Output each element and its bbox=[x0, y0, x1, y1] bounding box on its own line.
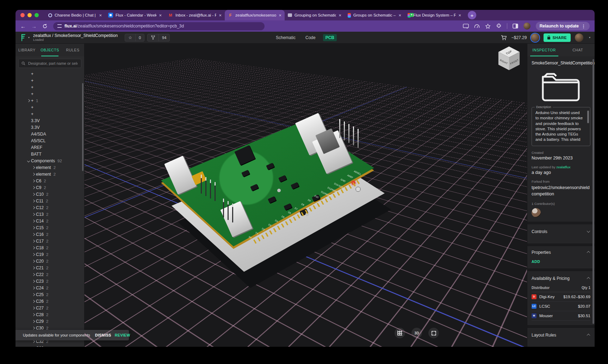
tree-chevron-icon[interactable] bbox=[31, 294, 36, 296]
tree-chevron-icon[interactable] bbox=[31, 193, 36, 195]
sidebar-scrollbar[interactable] bbox=[82, 83, 83, 171]
fork-pill[interactable]: 94 bbox=[147, 34, 170, 42]
tree-chevron-icon[interactable] bbox=[31, 260, 36, 262]
editor-mode-tab[interactable]: Schematic bbox=[273, 34, 298, 41]
tree-row[interactable]: C21 2 bbox=[15, 264, 84, 271]
tree-row[interactable]: C18 2 bbox=[15, 244, 84, 251]
tree-row[interactable]: C14 2 bbox=[15, 218, 84, 224]
new-tab-button[interactable] bbox=[468, 11, 476, 19]
review-button[interactable]: REVIEW bbox=[115, 333, 130, 337]
tab-close-icon[interactable] bbox=[279, 13, 281, 18]
forward-icon[interactable]: → bbox=[31, 24, 37, 29]
tree-row[interactable]: 3.3V bbox=[15, 117, 84, 124]
cart-price[interactable]: ~$27.29 bbox=[511, 35, 527, 40]
contributor-avatar[interactable] bbox=[532, 208, 541, 217]
back-icon[interactable]: ← bbox=[20, 24, 26, 29]
minimize-window-button[interactable] bbox=[27, 13, 32, 17]
tree-row[interactable]: A4/SDA bbox=[15, 131, 84, 137]
tab-close-icon[interactable] bbox=[159, 13, 162, 18]
tree-row[interactable]: C11 2 bbox=[15, 197, 84, 204]
cast-icon[interactable] bbox=[463, 24, 469, 29]
tree-chevron-icon[interactable] bbox=[31, 187, 36, 189]
tree-row[interactable]: C33 2 bbox=[15, 345, 84, 347]
tab-close-icon[interactable] bbox=[99, 13, 102, 18]
tree-row[interactable]: C26 2 bbox=[15, 298, 84, 305]
fullscreen-button[interactable] bbox=[428, 328, 439, 338]
tree-chevron-icon[interactable] bbox=[31, 274, 36, 276]
tree-row[interactable]: C29 2 bbox=[15, 318, 84, 325]
object-search[interactable] bbox=[18, 59, 81, 68]
project-breadcrumb[interactable]: zealatflux / SmokeSensor_ShieldCompetiti… bbox=[33, 33, 118, 42]
pcb-render[interactable]: RXTXD2D3D4D5D6D7D8D9D10D11/MOSID12/MISOD… bbox=[161, 122, 374, 246]
user-avatar[interactable] bbox=[575, 33, 583, 42]
editor-mode-tab[interactable]: PCB bbox=[323, 34, 337, 41]
updated-by-link[interactable]: zealatflux bbox=[556, 165, 570, 169]
tree-row[interactable]: + bbox=[15, 84, 84, 90]
sidebar-tab[interactable]: OBJECTS bbox=[38, 44, 61, 56]
share-button[interactable]: SHARE bbox=[544, 33, 571, 42]
presence-avatar[interactable] bbox=[531, 33, 539, 42]
tree-row[interactable]: C15 2 bbox=[15, 224, 84, 231]
tree-row[interactable]: A5/SCL bbox=[15, 137, 84, 144]
tree-row[interactable]: C24 2 bbox=[15, 284, 84, 291]
tree-chevron-icon[interactable] bbox=[31, 220, 36, 222]
tree-row[interactable]: C13 2 bbox=[15, 211, 84, 218]
tree-chevron-icon[interactable] bbox=[31, 320, 36, 322]
browser-tab[interactable]: Flux Design System – Fig bbox=[404, 10, 464, 20]
description-field[interactable]: Description Arduino Uno shield used to m… bbox=[532, 107, 590, 146]
browser-tab[interactable]: Inbox - zeal@flux.ai - Flux Ma bbox=[165, 10, 225, 20]
tree-row[interactable]: C6 2 bbox=[15, 177, 84, 184]
tree-chevron-icon[interactable] bbox=[31, 247, 36, 249]
bookmark-star-icon[interactable] bbox=[485, 24, 491, 29]
tree-chevron-icon[interactable] bbox=[31, 267, 36, 269]
tree-row[interactable]: element 2 bbox=[15, 164, 84, 171]
tree-row[interactable]: C25 2 bbox=[15, 291, 84, 298]
tab-close-icon[interactable] bbox=[398, 13, 401, 18]
tree-row[interactable]: 3.3V bbox=[15, 124, 84, 131]
tree-chevron-icon[interactable] bbox=[31, 180, 36, 182]
description-scrollbar[interactable] bbox=[587, 111, 589, 123]
zoom-window-button[interactable] bbox=[35, 13, 39, 17]
controls-section-header[interactable]: Controls bbox=[532, 224, 590, 239]
sidebar-tab[interactable]: RULES bbox=[61, 44, 84, 56]
tree-row[interactable]: + bbox=[15, 111, 84, 117]
tree-chevron-icon[interactable] bbox=[31, 167, 36, 169]
tree-row[interactable]: C28 2 bbox=[15, 311, 84, 318]
tree-row[interactable]: C9 2 bbox=[15, 184, 84, 191]
tree-chevron-icon[interactable] bbox=[31, 240, 36, 242]
search-input[interactable] bbox=[27, 61, 78, 66]
inspector-scrollbar[interactable] bbox=[593, 59, 594, 324]
cart-icon[interactable] bbox=[501, 35, 507, 40]
tree-row[interactable]: BATT bbox=[15, 151, 84, 157]
tree-row[interactable]: C23 2 bbox=[15, 278, 84, 284]
tree-row[interactable]: + 1 bbox=[15, 97, 84, 104]
tab-close-icon[interactable] bbox=[219, 13, 222, 18]
browser-profile-avatar[interactable] bbox=[523, 23, 531, 30]
pcb-3d-canvas[interactable]: RXTXD2D3D4D5D6D7D8D9D10D11/MOSID12/MISOD… bbox=[85, 44, 527, 347]
reload-icon[interactable] bbox=[42, 24, 48, 29]
browser-tab[interactable]: Flux - Calendar - Week of Dec bbox=[105, 10, 165, 20]
tree-chevron-icon[interactable] bbox=[31, 173, 36, 175]
tree-row[interactable]: + bbox=[15, 104, 84, 111]
tree-row[interactable]: C19 2 bbox=[15, 251, 84, 258]
user-menu-caret-icon[interactable] bbox=[589, 36, 590, 39]
close-window-button[interactable] bbox=[20, 13, 25, 17]
performance-gauge-icon[interactable] bbox=[474, 24, 480, 29]
tree-chevron-icon[interactable] bbox=[31, 327, 36, 329]
grid-toggle-button[interactable] bbox=[395, 328, 405, 338]
flux-logo[interactable] bbox=[20, 34, 27, 42]
tree-row[interactable]: C16 2 bbox=[15, 231, 84, 238]
relaunch-to-update-button[interactable]: Relaunch to update bbox=[536, 22, 590, 30]
collapse-chevron-icon[interactable] bbox=[586, 333, 590, 337]
tree-chevron-icon[interactable] bbox=[26, 160, 31, 162]
tree-chevron-icon[interactable] bbox=[31, 280, 36, 282]
tree-row[interactable]: C27 2 bbox=[15, 305, 84, 311]
properties-section-header[interactable]: Properties bbox=[532, 246, 590, 259]
description-text[interactable]: Arduino Uno shield used to monitor chimn… bbox=[535, 110, 583, 143]
tree-chevron-icon[interactable] bbox=[31, 307, 36, 309]
tab-close-icon[interactable] bbox=[458, 13, 461, 18]
dismiss-button[interactable]: DISMISS bbox=[95, 333, 111, 337]
browser-tab[interactable]: Grouping on Schematic bbox=[285, 10, 345, 20]
inspector-title-row[interactable]: SmokeSensor_ShieldCompetition bbox=[532, 61, 590, 65]
tree-row[interactable]: + bbox=[15, 70, 84, 77]
